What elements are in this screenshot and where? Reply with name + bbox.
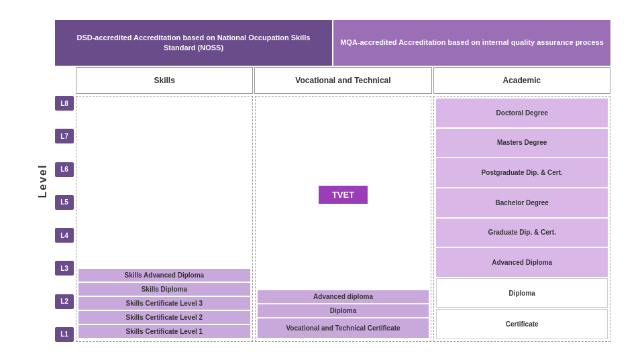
level-l4: L4 — [55, 228, 74, 243]
level-l8: L8 — [55, 96, 74, 111]
academic-masters: Masters Degree — [436, 129, 608, 158]
category-row: Skills Vocational and Technical Academic — [55, 67, 610, 94]
level-label: Level — [37, 164, 49, 198]
vt-certificate: Vocational and Technical Certificate — [258, 318, 429, 338]
levels-col: L8 L7 L6 L5 L4 L3 L2 L1 — [55, 96, 74, 342]
vt-diploma: Diploma — [258, 304, 429, 317]
level-l7: L7 — [55, 129, 74, 143]
main-container: Level DSD-accredited Accreditation based… — [0, 0, 644, 362]
dsd-header: DSD-accredited Accreditation based on Na… — [55, 20, 332, 66]
vt-advanced-diploma: Advanced diploma — [258, 290, 429, 303]
vt-inner: TVET Advanced diploma Diploma Vocational… — [258, 99, 429, 339]
skills-inner: Skills Advanced Diploma Skills Diploma S… — [78, 99, 250, 339]
skills-cert2: Skills Certificate Level 2 — [78, 311, 250, 324]
academic-certificate: Certificate — [436, 309, 608, 339]
vt-col: TVET Advanced diploma Diploma Vocational… — [255, 96, 432, 342]
academic-diploma: Diploma — [436, 278, 608, 308]
level-l2: L2 — [55, 294, 74, 309]
skills-cert3: Skills Certificate Level 3 — [78, 297, 250, 310]
academic-inner: Doctoral Degree Masters Degree Postgradu… — [436, 99, 608, 339]
skills-advanced-diploma: Skills Advanced Diploma — [78, 269, 250, 282]
main-grid: DSD-accredited Accreditation based on Na… — [55, 20, 610, 342]
tvet-label: TVET — [319, 186, 368, 204]
skills-col: Skills Advanced Diploma Skills Diploma S… — [76, 96, 253, 342]
academic-col: Doctoral Degree Masters Degree Postgradu… — [433, 96, 610, 342]
vt-category: Vocational and Technical — [254, 67, 431, 94]
level-l5: L5 — [55, 195, 74, 210]
header-row: DSD-accredited Accreditation based on Na… — [55, 20, 610, 66]
academic-grad-dip: Graduate Dip. & Cert. — [436, 219, 608, 247]
academic-advanced-diploma: Advanced Diploma — [436, 248, 608, 277]
skills-category: Skills — [76, 67, 253, 94]
academic-bachelor: Bachelor Degree — [436, 188, 608, 217]
skills-cert1: Skills Certificate Level 1 — [78, 325, 250, 338]
academic-doctoral: Doctoral Degree — [436, 99, 608, 127]
level-label-col: Level — [34, 20, 52, 342]
chart-wrapper: Level DSD-accredited Accreditation based… — [34, 20, 610, 342]
skills-diploma: Skills Diploma — [78, 283, 250, 296]
content-area: L8 L7 L6 L5 L4 L3 L2 L1 Skills Advanced — [55, 96, 610, 342]
level-l3: L3 — [55, 261, 74, 276]
academic-category: Academic — [433, 67, 610, 94]
level-l6: L6 — [55, 162, 74, 177]
mqa-header: MQA-accredited Accreditation based on in… — [333, 20, 610, 66]
level-l1: L1 — [55, 327, 74, 342]
academic-postgrad: Postgraduate Dip. & Cert. — [436, 158, 608, 187]
